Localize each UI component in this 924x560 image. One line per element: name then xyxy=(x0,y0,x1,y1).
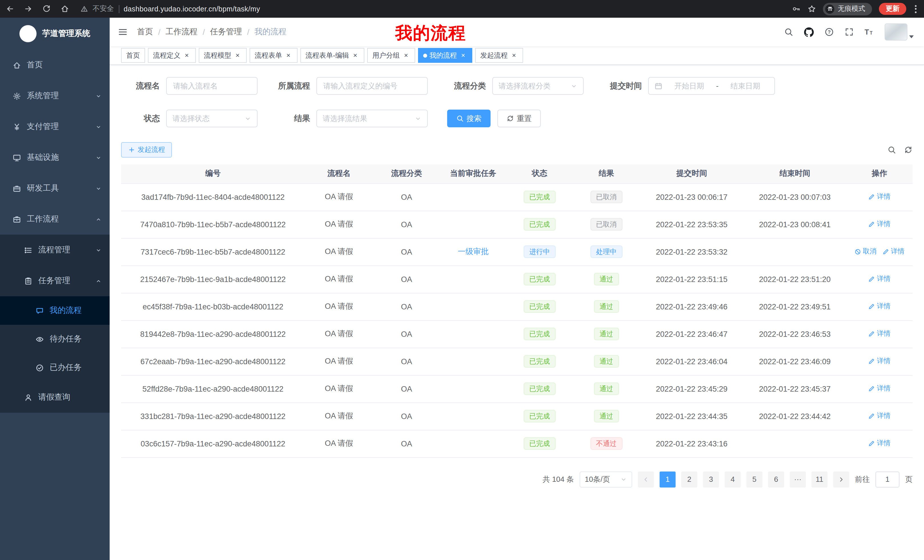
breadcrumb-item[interactable]: 首页 xyxy=(137,27,153,37)
goto-page-input[interactable] xyxy=(876,471,900,487)
browser-update-button[interactable]: 更新 xyxy=(879,3,906,15)
refresh-icon[interactable] xyxy=(904,145,913,154)
github-icon[interactable] xyxy=(804,27,814,37)
sidebar-item-workflow[interactable]: 工作流程 xyxy=(0,204,110,235)
sidebar-item-payment[interactable]: 支付管理 xyxy=(0,111,110,142)
prev-page-button[interactable] xyxy=(638,471,654,487)
fullscreen-icon[interactable] xyxy=(844,27,854,36)
edit-icon xyxy=(868,440,875,447)
current-task-link[interactable]: 一级审批 xyxy=(458,247,489,256)
detail-action-link[interactable]: 详情 xyxy=(868,274,891,284)
detail-action-link[interactable]: 详情 xyxy=(868,329,891,339)
sidebar-item-done-tasks[interactable]: 已办任务 xyxy=(0,353,110,382)
page-3-button[interactable]: 3 xyxy=(703,471,719,487)
help-icon[interactable]: ? xyxy=(825,27,834,36)
page-11-button[interactable]: 11 xyxy=(812,471,828,487)
cell-status: 已完成 xyxy=(507,265,573,293)
status-select[interactable]: 请选择状态 xyxy=(166,109,258,127)
chevron-down-icon xyxy=(95,124,102,130)
next-page-button[interactable] xyxy=(833,471,849,487)
page-1-button[interactable]: 1 xyxy=(660,471,676,487)
search-button[interactable]: 搜索 xyxy=(447,109,490,127)
detail-action-link[interactable]: 详情 xyxy=(868,439,891,448)
sidebar-item-home[interactable]: 首页 xyxy=(0,49,110,81)
detail-action-link[interactable]: 详情 xyxy=(868,384,891,394)
devtools-icon xyxy=(13,184,21,193)
home-nav-icon[interactable] xyxy=(60,4,69,13)
detail-action-link[interactable]: 详情 xyxy=(868,192,891,202)
search-toggle-icon[interactable] xyxy=(888,145,896,154)
back-icon[interactable] xyxy=(6,4,14,13)
page-4-button[interactable]: 4 xyxy=(725,471,741,487)
cell-category: OA xyxy=(373,238,440,265)
sidebar-item-infrastructure[interactable]: 基础设施 xyxy=(0,142,110,173)
cell-category: OA xyxy=(373,183,440,211)
key-icon[interactable] xyxy=(792,4,801,13)
cell-actions: 详情 xyxy=(846,347,913,375)
cancel-action-link[interactable]: 取消 xyxy=(854,247,877,257)
close-icon[interactable]: × xyxy=(351,51,359,59)
forward-icon[interactable] xyxy=(24,4,33,13)
breadcrumb-item[interactable]: 工作流程 xyxy=(166,27,198,37)
sidebar-collapse-icon[interactable] xyxy=(118,27,128,37)
column-header: 编号 xyxy=(121,165,305,183)
close-icon[interactable]: × xyxy=(459,51,467,59)
detail-action-link[interactable]: 详情 xyxy=(882,247,904,257)
parent-process-input[interactable] xyxy=(316,77,428,95)
security-warning-icon[interactable] xyxy=(81,5,88,13)
sidebar-item-devtools[interactable]: 研发工具 xyxy=(0,173,110,204)
detail-action-link[interactable]: 详情 xyxy=(868,302,891,311)
sidebar-item-system[interactable]: 系统管理 xyxy=(0,81,110,111)
caret-down-icon[interactable] xyxy=(909,35,914,38)
tab-process-form-edit[interactable]: 流程表单-编辑× xyxy=(300,48,364,63)
reload-icon[interactable] xyxy=(42,4,51,13)
reset-button[interactable]: 重置 xyxy=(497,109,541,127)
page-2-button[interactable]: 2 xyxy=(681,471,697,487)
search-button-label: 搜索 xyxy=(466,113,482,124)
avatar[interactable] xyxy=(885,23,908,40)
column-header: 操作 xyxy=(846,165,913,183)
tab-process-definition[interactable]: 流程定义× xyxy=(148,48,196,63)
page-5-button[interactable]: 5 xyxy=(746,471,762,487)
start-process-button[interactable]: 发起流程 xyxy=(121,142,172,157)
page-6-button[interactable]: 6 xyxy=(768,471,784,487)
detail-action-link[interactable]: 详情 xyxy=(868,220,891,229)
close-icon[interactable]: × xyxy=(234,51,242,59)
tab-start-process[interactable]: 发起流程× xyxy=(475,48,523,63)
app-logo: 芋道管理系统 xyxy=(0,18,110,49)
sidebar-item-todo-tasks[interactable]: 待办任务 xyxy=(0,325,110,353)
process-name-input[interactable] xyxy=(166,77,258,95)
tab-process-form[interactable]: 流程表单× xyxy=(249,48,297,63)
tab-user-group[interactable]: 用户分组× xyxy=(367,48,415,63)
search-icon[interactable] xyxy=(784,27,793,36)
page-size-select[interactable]: 10条/页 xyxy=(580,471,632,487)
close-icon[interactable]: × xyxy=(284,51,292,59)
detail-action-link[interactable]: 详情 xyxy=(868,356,891,366)
close-icon[interactable]: × xyxy=(402,51,410,59)
user-menu[interactable] xyxy=(885,23,914,40)
sidebar-item-process-management[interactable]: 流程管理 xyxy=(0,235,110,265)
close-icon[interactable]: × xyxy=(183,51,191,59)
tab-home[interactable]: 首页 xyxy=(121,48,145,63)
category-select[interactable]: 请选择流程分类 xyxy=(492,77,584,95)
tab-process-model[interactable]: 流程模型× xyxy=(199,48,247,63)
cell-submit-time: 2022-01-22 23:46:04 xyxy=(640,347,744,375)
url-text: dashboard.yudao.iocoder.cn/bpm/task/my xyxy=(124,5,260,13)
tab-my-process[interactable]: 我的流程× xyxy=(418,48,472,63)
sidebar-item-leave-query[interactable]: 请假查询 xyxy=(0,382,110,413)
fontsize-icon[interactable]: TT xyxy=(865,27,874,36)
close-icon[interactable]: × xyxy=(510,51,518,59)
detail-action-link[interactable]: 详情 xyxy=(868,411,891,421)
sidebar-item-task-management[interactable]: 任务管理 xyxy=(0,265,110,296)
edit-icon xyxy=(868,193,875,201)
goto-label: 前往 xyxy=(855,474,870,484)
result-select[interactable]: 请选择流结果 xyxy=(316,109,428,127)
cell-id: 7470a810-7b9b-11ec-b5b7-acde48001122 xyxy=(121,211,305,238)
address-bar[interactable]: 不安全 dashboard.yudao.iocoder.cn/bpm/task/… xyxy=(81,4,429,14)
more-pages-button[interactable]: ··· xyxy=(790,471,806,487)
submit-time-range-picker[interactable]: 开始日期 - 结束日期 xyxy=(648,77,775,95)
breadcrumb-item[interactable]: 任务管理 xyxy=(210,27,242,37)
browser-menu-icon[interactable] xyxy=(913,3,918,15)
sidebar-item-my-process[interactable]: 我的流程 xyxy=(0,296,110,325)
star-icon[interactable] xyxy=(807,4,816,13)
